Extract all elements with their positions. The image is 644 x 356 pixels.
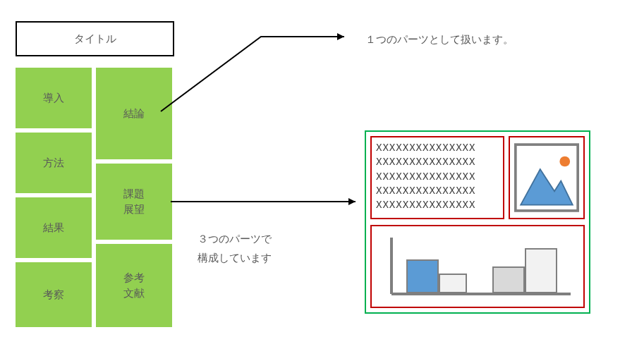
section-discussion-label: 考察 xyxy=(43,287,64,303)
section-discussion: 考察 xyxy=(16,262,92,327)
xline: XXXXXXXXXXXXXXX xyxy=(376,183,499,197)
note-2-line1: ３つのパーツで xyxy=(198,233,272,245)
section-issues: 課題 展望 xyxy=(96,164,172,240)
section-method-label: 方法 xyxy=(43,155,64,171)
part-chart xyxy=(370,225,585,308)
note-2: ３つのパーツで 構成しています xyxy=(198,229,272,267)
note-1: １つのパーツとして扱います。 xyxy=(365,30,514,49)
poster-title-text: タイトル xyxy=(74,32,116,46)
part-image xyxy=(509,136,585,219)
parts-frame: XXXXXXXXXXXXXXX XXXXXXXXXXXXXXX XXXXXXXX… xyxy=(365,130,590,314)
section-result: 結果 xyxy=(16,197,92,258)
bar-chart-icon xyxy=(377,232,578,301)
bar-d xyxy=(525,249,557,293)
section-intro: 導入 xyxy=(16,68,92,128)
section-result-label: 結果 xyxy=(43,220,64,236)
note-2-line2: 構成しています xyxy=(198,252,272,264)
xline: XXXXXXXXXXXXXXX xyxy=(376,197,499,211)
section-references: 参考 文献 xyxy=(96,244,172,327)
svg-point-4 xyxy=(559,156,570,167)
section-intro-label: 導入 xyxy=(43,90,64,106)
arrow-1 xyxy=(155,27,353,118)
arrow-2 xyxy=(168,192,365,220)
svg-marker-2 xyxy=(348,198,356,205)
image-icon xyxy=(514,142,579,214)
bar-b xyxy=(439,274,466,293)
poster-title-box: タイトル xyxy=(16,21,174,56)
bar-c xyxy=(493,267,524,293)
xline: XXXXXXXXXXXXXXX xyxy=(376,169,499,183)
section-references-label: 参考 文献 xyxy=(123,270,145,302)
xline: XXXXXXXXXXXXXXX xyxy=(376,154,499,168)
xline: XXXXXXXXXXXXXXX xyxy=(376,140,499,154)
part-text: XXXXXXXXXXXXXXX XXXXXXXXXXXXXXX XXXXXXXX… xyxy=(370,136,504,219)
note-1-text: １つのパーツとして扱います。 xyxy=(365,33,514,45)
section-method: 方法 xyxy=(16,133,92,193)
bar-a xyxy=(407,260,438,293)
svg-marker-0 xyxy=(337,33,344,40)
section-issues-label: 課題 展望 xyxy=(123,186,145,218)
section-conclusion-label: 結論 xyxy=(123,106,145,122)
